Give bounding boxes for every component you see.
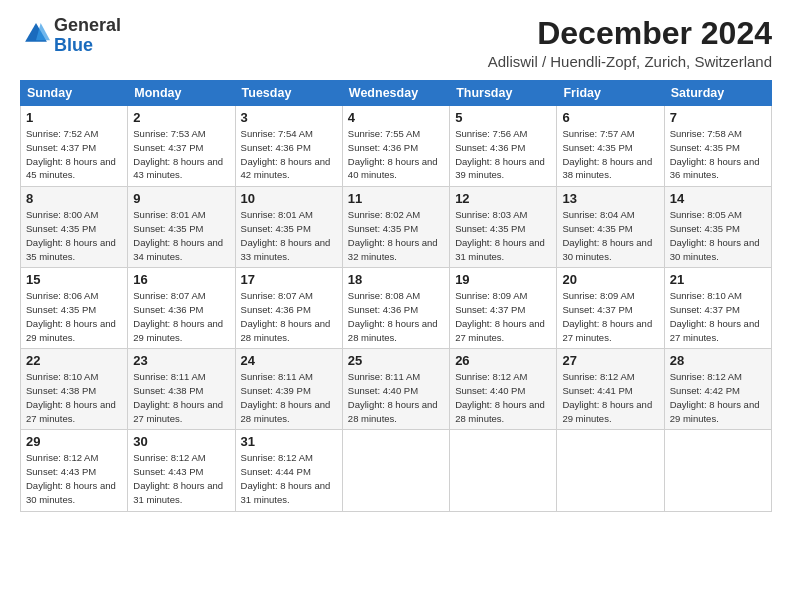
day-number: 19 bbox=[455, 272, 551, 287]
cell-info: Sunrise: 8:12 AMSunset: 4:43 PMDaylight:… bbox=[133, 451, 229, 506]
day-cell-18: 18Sunrise: 8:08 AMSunset: 4:36 PMDayligh… bbox=[342, 268, 449, 349]
col-monday: Monday bbox=[128, 81, 235, 106]
title-block: December 2024 Adliswil / Huendli-Zopf, Z… bbox=[488, 16, 772, 70]
day-cell-10: 10Sunrise: 8:01 AMSunset: 4:35 PMDayligh… bbox=[235, 187, 342, 268]
cell-info: Sunrise: 7:53 AMSunset: 4:37 PMDaylight:… bbox=[133, 127, 229, 182]
col-friday: Friday bbox=[557, 81, 664, 106]
calendar-table: Sunday Monday Tuesday Wednesday Thursday… bbox=[20, 80, 772, 511]
cell-info: Sunrise: 8:12 AMSunset: 4:40 PMDaylight:… bbox=[455, 370, 551, 425]
day-cell-15: 15Sunrise: 8:06 AMSunset: 4:35 PMDayligh… bbox=[21, 268, 128, 349]
day-number: 23 bbox=[133, 353, 229, 368]
day-number: 9 bbox=[133, 191, 229, 206]
cell-info: Sunrise: 8:11 AMSunset: 4:38 PMDaylight:… bbox=[133, 370, 229, 425]
month-title: December 2024 bbox=[488, 16, 772, 51]
day-cell-6: 6Sunrise: 7:57 AMSunset: 4:35 PMDaylight… bbox=[557, 106, 664, 187]
day-cell-30: 30Sunrise: 8:12 AMSunset: 4:43 PMDayligh… bbox=[128, 430, 235, 511]
cell-info: Sunrise: 8:04 AMSunset: 4:35 PMDaylight:… bbox=[562, 208, 658, 263]
day-number: 30 bbox=[133, 434, 229, 449]
cell-info: Sunrise: 8:11 AMSunset: 4:39 PMDaylight:… bbox=[241, 370, 337, 425]
cell-info: Sunrise: 7:57 AMSunset: 4:35 PMDaylight:… bbox=[562, 127, 658, 182]
day-number: 14 bbox=[670, 191, 766, 206]
empty-cell bbox=[342, 430, 449, 511]
day-cell-13: 13Sunrise: 8:04 AMSunset: 4:35 PMDayligh… bbox=[557, 187, 664, 268]
day-cell-24: 24Sunrise: 8:11 AMSunset: 4:39 PMDayligh… bbox=[235, 349, 342, 430]
logo-icon bbox=[22, 20, 50, 48]
day-cell-1: 1Sunrise: 7:52 AMSunset: 4:37 PMDaylight… bbox=[21, 106, 128, 187]
col-saturday: Saturday bbox=[664, 81, 771, 106]
cell-info: Sunrise: 8:07 AMSunset: 4:36 PMDaylight:… bbox=[241, 289, 337, 344]
week-row-2: 8Sunrise: 8:00 AMSunset: 4:35 PMDaylight… bbox=[21, 187, 772, 268]
cell-info: Sunrise: 8:12 AMSunset: 4:43 PMDaylight:… bbox=[26, 451, 122, 506]
cell-info: Sunrise: 7:54 AMSunset: 4:36 PMDaylight:… bbox=[241, 127, 337, 182]
day-cell-5: 5Sunrise: 7:56 AMSunset: 4:36 PMDaylight… bbox=[450, 106, 557, 187]
day-cell-11: 11Sunrise: 8:02 AMSunset: 4:35 PMDayligh… bbox=[342, 187, 449, 268]
header-row: Sunday Monday Tuesday Wednesday Thursday… bbox=[21, 81, 772, 106]
day-number: 13 bbox=[562, 191, 658, 206]
day-number: 3 bbox=[241, 110, 337, 125]
day-number: 28 bbox=[670, 353, 766, 368]
day-cell-25: 25Sunrise: 8:11 AMSunset: 4:40 PMDayligh… bbox=[342, 349, 449, 430]
cell-info: Sunrise: 8:09 AMSunset: 4:37 PMDaylight:… bbox=[455, 289, 551, 344]
cell-info: Sunrise: 8:10 AMSunset: 4:37 PMDaylight:… bbox=[670, 289, 766, 344]
day-number: 16 bbox=[133, 272, 229, 287]
cell-info: Sunrise: 8:12 AMSunset: 4:44 PMDaylight:… bbox=[241, 451, 337, 506]
day-number: 2 bbox=[133, 110, 229, 125]
location-title: Adliswil / Huendli-Zopf, Zurich, Switzer… bbox=[488, 53, 772, 70]
day-number: 20 bbox=[562, 272, 658, 287]
cell-info: Sunrise: 8:08 AMSunset: 4:36 PMDaylight:… bbox=[348, 289, 444, 344]
day-number: 10 bbox=[241, 191, 337, 206]
empty-cell bbox=[557, 430, 664, 511]
day-cell-27: 27Sunrise: 8:12 AMSunset: 4:41 PMDayligh… bbox=[557, 349, 664, 430]
day-number: 17 bbox=[241, 272, 337, 287]
day-number: 12 bbox=[455, 191, 551, 206]
day-cell-12: 12Sunrise: 8:03 AMSunset: 4:35 PMDayligh… bbox=[450, 187, 557, 268]
day-cell-7: 7Sunrise: 7:58 AMSunset: 4:35 PMDaylight… bbox=[664, 106, 771, 187]
day-cell-26: 26Sunrise: 8:12 AMSunset: 4:40 PMDayligh… bbox=[450, 349, 557, 430]
logo: General Blue bbox=[20, 16, 121, 56]
week-row-1: 1Sunrise: 7:52 AMSunset: 4:37 PMDaylight… bbox=[21, 106, 772, 187]
day-number: 24 bbox=[241, 353, 337, 368]
day-cell-2: 2Sunrise: 7:53 AMSunset: 4:37 PMDaylight… bbox=[128, 106, 235, 187]
day-number: 29 bbox=[26, 434, 122, 449]
day-number: 31 bbox=[241, 434, 337, 449]
cell-info: Sunrise: 8:02 AMSunset: 4:35 PMDaylight:… bbox=[348, 208, 444, 263]
cell-info: Sunrise: 8:06 AMSunset: 4:35 PMDaylight:… bbox=[26, 289, 122, 344]
logo-blue-text: Blue bbox=[54, 35, 93, 55]
day-cell-17: 17Sunrise: 8:07 AMSunset: 4:36 PMDayligh… bbox=[235, 268, 342, 349]
day-cell-19: 19Sunrise: 8:09 AMSunset: 4:37 PMDayligh… bbox=[450, 268, 557, 349]
day-cell-31: 31Sunrise: 8:12 AMSunset: 4:44 PMDayligh… bbox=[235, 430, 342, 511]
day-cell-14: 14Sunrise: 8:05 AMSunset: 4:35 PMDayligh… bbox=[664, 187, 771, 268]
cell-info: Sunrise: 8:05 AMSunset: 4:35 PMDaylight:… bbox=[670, 208, 766, 263]
cell-info: Sunrise: 7:58 AMSunset: 4:35 PMDaylight:… bbox=[670, 127, 766, 182]
day-cell-29: 29Sunrise: 8:12 AMSunset: 4:43 PMDayligh… bbox=[21, 430, 128, 511]
col-tuesday: Tuesday bbox=[235, 81, 342, 106]
day-cell-20: 20Sunrise: 8:09 AMSunset: 4:37 PMDayligh… bbox=[557, 268, 664, 349]
week-row-5: 29Sunrise: 8:12 AMSunset: 4:43 PMDayligh… bbox=[21, 430, 772, 511]
page: General Blue December 2024 Adliswil / Hu… bbox=[0, 0, 792, 524]
header: General Blue December 2024 Adliswil / Hu… bbox=[20, 16, 772, 70]
day-cell-16: 16Sunrise: 8:07 AMSunset: 4:36 PMDayligh… bbox=[128, 268, 235, 349]
day-cell-3: 3Sunrise: 7:54 AMSunset: 4:36 PMDaylight… bbox=[235, 106, 342, 187]
empty-cell bbox=[664, 430, 771, 511]
cell-info: Sunrise: 8:12 AMSunset: 4:42 PMDaylight:… bbox=[670, 370, 766, 425]
day-number: 27 bbox=[562, 353, 658, 368]
day-number: 18 bbox=[348, 272, 444, 287]
day-cell-9: 9Sunrise: 8:01 AMSunset: 4:35 PMDaylight… bbox=[128, 187, 235, 268]
day-number: 26 bbox=[455, 353, 551, 368]
cell-info: Sunrise: 8:10 AMSunset: 4:38 PMDaylight:… bbox=[26, 370, 122, 425]
col-thursday: Thursday bbox=[450, 81, 557, 106]
day-cell-23: 23Sunrise: 8:11 AMSunset: 4:38 PMDayligh… bbox=[128, 349, 235, 430]
empty-cell bbox=[450, 430, 557, 511]
cell-info: Sunrise: 8:01 AMSunset: 4:35 PMDaylight:… bbox=[133, 208, 229, 263]
day-number: 11 bbox=[348, 191, 444, 206]
col-sunday: Sunday bbox=[21, 81, 128, 106]
day-cell-22: 22Sunrise: 8:10 AMSunset: 4:38 PMDayligh… bbox=[21, 349, 128, 430]
calendar-body: 1Sunrise: 7:52 AMSunset: 4:37 PMDaylight… bbox=[21, 106, 772, 511]
cell-info: Sunrise: 8:09 AMSunset: 4:37 PMDaylight:… bbox=[562, 289, 658, 344]
day-number: 15 bbox=[26, 272, 122, 287]
day-cell-4: 4Sunrise: 7:55 AMSunset: 4:36 PMDaylight… bbox=[342, 106, 449, 187]
cell-info: Sunrise: 7:55 AMSunset: 4:36 PMDaylight:… bbox=[348, 127, 444, 182]
cell-info: Sunrise: 8:01 AMSunset: 4:35 PMDaylight:… bbox=[241, 208, 337, 263]
cell-info: Sunrise: 8:00 AMSunset: 4:35 PMDaylight:… bbox=[26, 208, 122, 263]
cell-info: Sunrise: 7:52 AMSunset: 4:37 PMDaylight:… bbox=[26, 127, 122, 182]
